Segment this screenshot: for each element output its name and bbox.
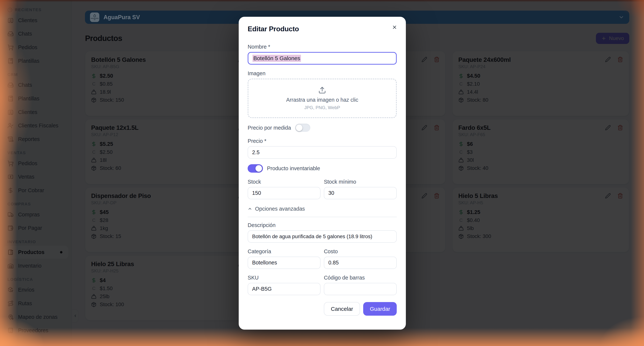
toggle-knob xyxy=(296,125,302,131)
nombre-input[interactable]: Botellón 5 Galones xyxy=(248,52,397,65)
app-logo: AGUAPURA SV xyxy=(90,12,100,22)
inventariable-toggle[interactable] xyxy=(248,164,263,172)
stock-row: Stock Stock mínimo xyxy=(248,179,397,199)
toggle-knob xyxy=(256,165,262,172)
categoria-costo-row: Categoría Costo xyxy=(248,248,397,269)
opciones-avanzadas-toggle[interactable]: Opciones avanzadas xyxy=(248,206,397,212)
inventariable-label: Producto inventariable xyxy=(267,165,320,172)
chevron-up-icon xyxy=(248,207,252,211)
stock-minimo-label: Stock mínimo xyxy=(324,179,397,185)
app-logo-text: AGUAPURA SV xyxy=(90,18,100,20)
stock-label: Stock xyxy=(248,179,320,185)
nombre-selected-text: Botellón 5 Galones xyxy=(252,55,301,62)
precio-por-medida-toggle[interactable] xyxy=(295,124,310,132)
workspace-name: AguaPura SV xyxy=(104,14,140,21)
droplet-icon xyxy=(93,14,96,18)
field-sku: SKU xyxy=(248,275,320,295)
codigo-barras-label: Código de barras xyxy=(324,275,397,281)
costo-input[interactable] xyxy=(324,257,397,269)
save-button[interactable]: Guardar xyxy=(363,302,397,316)
precio-por-medida-row: Precio por medida xyxy=(248,124,397,132)
image-dropzone[interactable]: Arrastra una imagen o haz clic JPG, PNG,… xyxy=(248,79,397,118)
precio-input[interactable] xyxy=(248,146,397,158)
precio-label: Precio * xyxy=(248,138,397,144)
nombre-label: Nombre * xyxy=(248,44,397,50)
dropzone-formats: JPG, PNG, WebP xyxy=(304,105,340,110)
stock-input[interactable] xyxy=(248,187,320,199)
field-stock-minimo: Stock mínimo xyxy=(324,179,397,199)
field-precio: Precio * xyxy=(248,138,397,158)
field-nombre: Nombre * Botellón 5 Galones xyxy=(248,44,397,65)
edit-product-modal: Editar Producto Nombre * Botellón 5 Galo… xyxy=(239,17,406,330)
descripcion-label: Descripción xyxy=(248,222,397,228)
field-codigo-barras: Código de barras xyxy=(324,275,397,295)
chevron-down-icon[interactable] xyxy=(618,14,624,20)
upload-icon xyxy=(318,86,326,94)
close-button[interactable] xyxy=(391,24,398,31)
field-descripcion: Descripción xyxy=(248,222,397,243)
divider xyxy=(248,217,397,217)
categoria-label: Categoría xyxy=(248,248,320,255)
opciones-avanzadas-label: Opciones avanzadas xyxy=(255,206,305,212)
imagen-label: Imagen xyxy=(248,70,397,76)
inventariable-row: Producto inventariable xyxy=(248,164,397,172)
sku-label: SKU xyxy=(248,275,320,281)
dropzone-text: Arrastra una imagen o haz clic xyxy=(286,97,358,103)
modal-footer: Cancelar Guardar xyxy=(248,302,397,316)
screen: RECIENTES Clientes Chats Pedidos Plantil… xyxy=(0,0,644,346)
sku-codigo-row: SKU Código de barras xyxy=(248,275,397,295)
field-stock: Stock xyxy=(248,179,320,199)
close-icon xyxy=(392,24,397,30)
sku-input[interactable] xyxy=(248,283,320,295)
modal-title: Editar Producto xyxy=(248,25,397,33)
field-costo: Costo xyxy=(324,248,397,269)
costo-label: Costo xyxy=(324,248,397,255)
field-categoria: Categoría xyxy=(248,248,320,269)
codigo-barras-input[interactable] xyxy=(324,283,397,295)
categoria-input[interactable] xyxy=(248,257,320,269)
field-imagen: Imagen Arrastra una imagen o haz clic JP… xyxy=(248,70,397,118)
precio-por-medida-label: Precio por medida xyxy=(248,125,291,131)
stock-minimo-input[interactable] xyxy=(324,187,397,199)
cancel-button[interactable]: Cancelar xyxy=(324,302,360,316)
descripcion-input[interactable] xyxy=(248,230,397,243)
